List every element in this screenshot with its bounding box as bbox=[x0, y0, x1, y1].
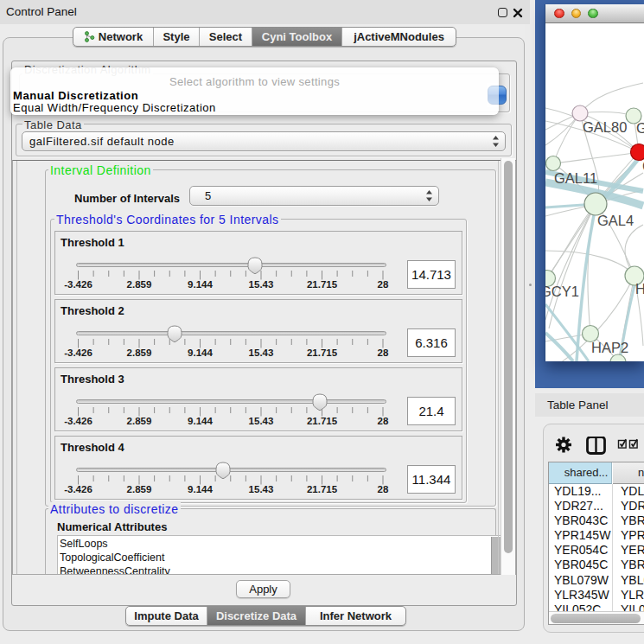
svg-text:HAP2: HAP2 bbox=[591, 340, 628, 355]
svg-text:GCY1: GCY1 bbox=[545, 284, 579, 299]
svg-text:GAL80: GAL80 bbox=[583, 119, 627, 135]
svg-text:GAL11: GAL11 bbox=[554, 170, 597, 186]
svg-text:H: H bbox=[635, 281, 644, 296]
svg-text:GAL4: GAL4 bbox=[597, 213, 634, 228]
svg-text:G: G bbox=[636, 120, 644, 136]
